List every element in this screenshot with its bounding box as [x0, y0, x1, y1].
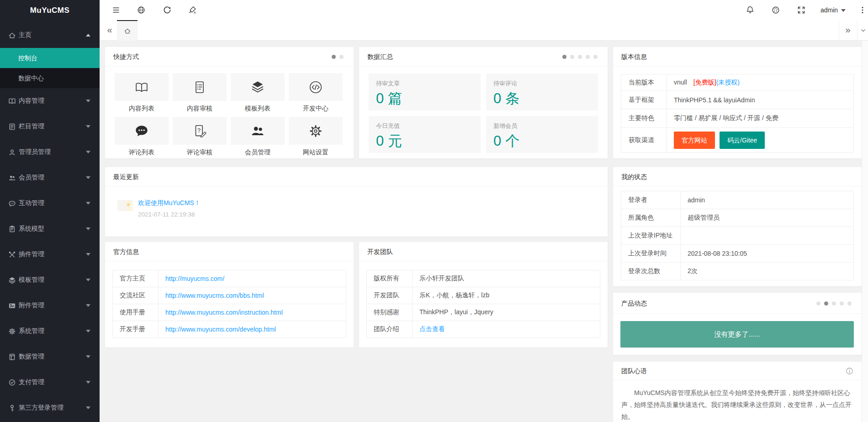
sidebar-item-column[interactable]: 栏目管理 — [0, 114, 100, 139]
shortcut-template-list[interactable]: 模板列表 — [231, 73, 285, 117]
sidebar-item-plugin[interactable]: 插件管理 — [0, 242, 100, 267]
card-title: 团队心语 — [613, 362, 862, 380]
doc-question-icon: ? — [192, 123, 207, 139]
recent-article-link[interactable]: 欢迎使用MuYuCMS！ — [138, 199, 201, 207]
devteam-table: 版权所有乐小轩开发团队 开发团队乐K，小航，杨逸轩，lzb 特别感谢ThinkP… — [366, 270, 600, 338]
card-version: 版本信息 当前版本 vnull[免费版](未授权) 基于框架 ThinkPHP5… — [613, 47, 862, 158]
unauthorized-link[interactable]: (未授权) — [716, 79, 740, 86]
caret-down-icon — [86, 406, 90, 409]
sidebar-item-console[interactable]: 控制台 — [0, 48, 100, 68]
sidebar-item-data[interactable]: 数据管理 — [0, 344, 100, 369]
official-home-link[interactable]: http://muyucms.com/ — [165, 275, 224, 282]
sidebar-item-admin[interactable]: 管理员管理 — [0, 139, 100, 165]
caret-down-icon — [86, 279, 90, 281]
shortcut-dev-center[interactable]: 开发中心 — [289, 73, 343, 117]
tabs-menu-icon[interactable] — [860, 27, 867, 34]
card-title: 数据汇总 — [359, 47, 608, 66]
sidebar-item-payment[interactable]: 支付管理 — [0, 369, 100, 395]
shortcut-member-manage[interactable]: 会员管理 — [231, 117, 285, 161]
card-stats: 数据汇总 待审文章 0篇 待审评论 0条 今日充值 0元 新增会员 0个 — [359, 47, 608, 158]
content-icon — [8, 97, 16, 105]
caret-down-icon — [86, 381, 90, 384]
clear-cache-icon[interactable]: A — [188, 5, 197, 15]
layers-icon — [250, 79, 265, 95]
motto-text: MuYuCMS内容管理系统从创立至今始终坚持免费开源，始终坚持倾听社区心声，始终… — [613, 380, 862, 422]
card-title: 快捷方式 — [105, 47, 354, 66]
caret-down-icon — [841, 9, 846, 12]
official-site-button[interactable]: 官方网站 — [674, 132, 715, 149]
team-intro-link[interactable]: 点击查看 — [419, 325, 445, 332]
card-title: 最近更新 — [105, 167, 608, 186]
gitee-button[interactable]: 码云/Gitee — [720, 132, 765, 149]
card-product: 产品动态 没有更多了...... — [613, 293, 862, 355]
refresh-icon[interactable] — [163, 5, 172, 15]
sidebar-item-interact[interactable]: 互动管理 — [0, 190, 100, 216]
collapse-sidebar-icon[interactable] — [111, 5, 121, 15]
sidebar-item-home[interactable]: 主页 — [0, 22, 100, 48]
card-title: 版本信息 — [613, 47, 862, 66]
fullscreen-icon[interactable] — [797, 5, 806, 15]
shortcut-comment-review[interactable]: ?评论审核 — [173, 117, 227, 161]
sidebar-item-system[interactable]: 系统管理 — [0, 318, 100, 344]
shortcut-comment-list[interactable]: 评论列表 — [115, 117, 169, 161]
stat-today-recharge: 今日充值 0元 — [369, 116, 481, 153]
attachment-icon — [8, 302, 16, 310]
bell-icon[interactable] — [746, 5, 755, 15]
globe-icon[interactable] — [137, 5, 146, 15]
tabs-scroll-left-icon[interactable]: « — [103, 20, 116, 41]
divider — [857, 20, 857, 41]
more-icon[interactable] — [858, 5, 867, 15]
develop-link[interactable]: http://www.muyucms.com/develop.html — [165, 326, 276, 333]
caret-down-icon — [86, 355, 90, 358]
interact-icon — [8, 200, 16, 207]
recent-article-date: 2021-07-11 22:19:38 — [138, 211, 201, 218]
tabs-scroll-right-icon[interactable]: » — [842, 20, 854, 41]
info-icon[interactable] — [846, 367, 853, 375]
sidebar-item-content[interactable]: 内容管理 — [0, 88, 100, 114]
caret-down-icon — [86, 227, 90, 230]
sidebar-item-model[interactable]: 系统模型 — [0, 216, 100, 242]
shortcut-content-review[interactable]: 内容审核 — [173, 73, 227, 117]
carousel-dots[interactable] — [332, 55, 344, 59]
card-title: 开发团队 — [359, 242, 608, 261]
admin-icon — [8, 148, 16, 156]
shortcut-site-settings[interactable]: 网站设置 — [289, 117, 343, 161]
doc-list-icon — [192, 79, 207, 95]
tab-home[interactable] — [117, 20, 138, 41]
model-icon — [8, 225, 16, 233]
caret-down-icon — [86, 125, 90, 128]
svg-text:?: ? — [197, 127, 201, 133]
sidebar-item-template[interactable]: 模板管理 — [0, 267, 100, 293]
no-more-banner: 没有更多了...... — [620, 321, 854, 348]
instruction-link[interactable]: http://www.muyucms.com/instruction.html — [165, 309, 283, 316]
app-logo: MuYuCMS — [0, 0, 100, 22]
sidebar-item-data-center[interactable]: 数据中心 — [0, 68, 100, 88]
caret-down-icon — [86, 304, 90, 307]
bbs-link[interactable]: http://www.muyucms.com/bbs.html — [165, 292, 264, 299]
user-menu[interactable]: admin — [820, 0, 846, 20]
home-icon — [124, 27, 131, 35]
payment-icon — [8, 379, 16, 386]
data-icon — [8, 353, 16, 361]
stat-pending-comments: 待审评论 0条 — [486, 74, 598, 111]
sidebar-submenu: 控制台 数据中心 — [0, 48, 100, 88]
theme-icon[interactable] — [771, 5, 780, 15]
book-icon — [134, 79, 149, 95]
sidebar-item-attachment[interactable]: 附件管理 — [0, 293, 100, 318]
status-table: 登录者admin 所属角色超级管理员 上次登录IP地址 上次登录时间2021-0… — [621, 191, 854, 280]
caret-down-icon — [86, 202, 90, 205]
card-official: 官方信息 官方主页http://muyucms.com/ 交流社区http://… — [105, 242, 354, 348]
official-table: 官方主页http://muyucms.com/ 交流社区http://www.m… — [112, 270, 346, 338]
carousel-dots[interactable] — [816, 301, 852, 306]
carousel-dots[interactable] — [562, 55, 598, 59]
plugin-icon — [8, 251, 16, 258]
members-icon — [8, 174, 16, 182]
system-icon — [8, 327, 16, 335]
sidebar-item-members[interactable]: 会员管理 — [0, 165, 100, 190]
scrollbar[interactable] — [862, 41, 868, 422]
sidebar-item-thirdparty[interactable]: 第三方登录管理 — [0, 395, 100, 421]
gear-icon — [308, 123, 323, 139]
card-devteam: 开发团队 版权所有乐小轩开发团队 开发团队乐K，小航，杨逸轩，lzb 特别感谢T… — [359, 242, 608, 348]
users-icon — [250, 123, 265, 139]
shortcut-content-list[interactable]: 内容列表 — [115, 73, 169, 117]
